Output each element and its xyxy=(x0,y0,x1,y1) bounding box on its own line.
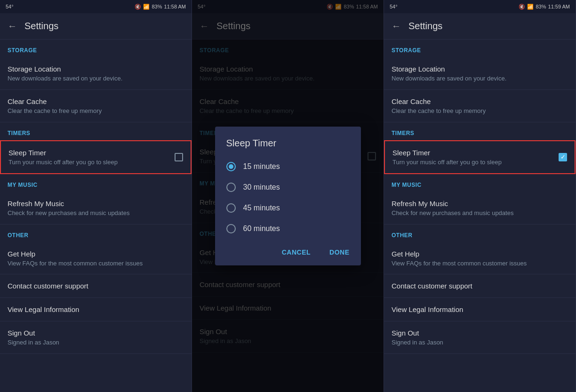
get-help-subtitle-right: View FAQs for the most common customer i… xyxy=(392,260,568,268)
status-bar-right: 54° 🔇 📶 83% 11:59 AM xyxy=(384,0,576,13)
time-display: 11:58 AM xyxy=(164,4,186,9)
storage-location-title-left: Storage Location xyxy=(8,64,184,74)
wifi-icon-right: 📶 xyxy=(527,4,534,10)
legal-info-item-left[interactable]: View Legal Information xyxy=(0,298,192,321)
contact-support-title-right: Contact customer support xyxy=(392,281,568,291)
radio-30min-circle[interactable] xyxy=(226,183,236,192)
storage-location-title-right: Storage Location xyxy=(392,64,568,74)
sleep-timer-dialog: Sleep Timer 15 minutes 30 minutes 45 min… xyxy=(215,127,361,265)
sleep-timer-title-left: Sleep Timer xyxy=(8,148,175,158)
refresh-music-subtitle-left: Check for new purchases and music update… xyxy=(8,209,184,217)
section-other-right: OTHER xyxy=(384,224,576,242)
sleep-timer-subtitle-right: Turn your music off after you go to slee… xyxy=(392,159,559,167)
mute-icon-right: 🔇 xyxy=(519,4,525,10)
back-button-right[interactable]: ← xyxy=(392,21,401,32)
panel-right: 54° 🔇 📶 83% 11:59 AM ← Settings STORAGE … xyxy=(384,0,576,392)
get-help-item-left[interactable]: Get Help View FAQs for the most common c… xyxy=(0,242,192,275)
radio-45min-label: 45 minutes xyxy=(243,204,280,212)
clear-cache-title-left: Clear Cache xyxy=(8,96,184,106)
radio-45min[interactable]: 45 minutes xyxy=(215,198,361,218)
legal-info-title-right: View Legal Information xyxy=(392,304,568,314)
radio-30min[interactable]: 30 minutes xyxy=(215,177,361,198)
legal-info-item-right[interactable]: View Legal Information xyxy=(384,298,576,321)
clear-cache-subtitle-left: Clear the cache to free up memory xyxy=(8,107,184,115)
section-storage-right: STORAGE xyxy=(384,40,576,57)
legal-info-title-left: View Legal Information xyxy=(8,304,184,314)
section-timers-left: TIMERS xyxy=(0,122,192,140)
sleep-timer-checkbox-left[interactable] xyxy=(175,153,183,161)
radio-45min-circle[interactable] xyxy=(226,203,236,213)
clear-cache-subtitle-right: Clear the cache to free up memory xyxy=(392,107,568,115)
settings-content-right: STORAGE Storage Location New downloads a… xyxy=(384,40,576,392)
get-help-title-right: Get Help xyxy=(392,249,568,259)
radio-15min-circle[interactable] xyxy=(226,162,236,171)
radio-15min-inner xyxy=(229,164,233,169)
app-header-left: ← Settings xyxy=(0,13,192,40)
section-mymusic-left: My MUSIC xyxy=(0,174,192,192)
clear-cache-item-left[interactable]: Clear Cache Clear the cache to free up m… xyxy=(0,90,192,122)
get-help-title-left: Get Help xyxy=(8,249,184,259)
wifi-icon: 📶 xyxy=(143,4,150,10)
page-title-right: Settings xyxy=(408,21,442,32)
status-left: 54° xyxy=(6,4,14,9)
sleep-timer-item-left[interactable]: Sleep Timer Turn your music off after yo… xyxy=(0,140,192,174)
section-timers-right: TIMERS xyxy=(384,122,576,140)
sleep-timer-subtitle-left: Turn your music off after you go to slee… xyxy=(8,159,175,167)
panel-left: 54° 🔇 📶 83% 11:58 AM ← Settings STORAGE … xyxy=(0,0,192,392)
section-mymusic-right: My MUSIC xyxy=(384,174,576,192)
app-header-right: ← Settings xyxy=(384,13,576,40)
radio-15min[interactable]: 15 minutes xyxy=(215,156,361,177)
temperature: 54° xyxy=(6,4,14,9)
refresh-music-item-right[interactable]: Refresh My Music Check for new purchases… xyxy=(384,192,576,224)
sign-out-title-left: Sign Out xyxy=(8,328,184,338)
page-title-left: Settings xyxy=(24,21,58,32)
refresh-music-title-left: Refresh My Music xyxy=(8,199,184,208)
dialog-overlay: Sleep Timer 15 minutes 30 minutes 45 min… xyxy=(192,0,384,392)
sign-out-title-right: Sign Out xyxy=(392,328,568,338)
storage-location-item-left[interactable]: Storage Location New downloads are saved… xyxy=(0,57,192,90)
section-other-left: OTHER xyxy=(0,224,192,242)
settings-content-left: STORAGE Storage Location New downloads a… xyxy=(0,40,192,392)
panel-middle: 54° 🔇 📶 83% 11:58 AM ← Settings STORAGE … xyxy=(192,0,384,392)
radio-60min-circle[interactable] xyxy=(226,224,236,233)
dialog-title: Sleep Timer xyxy=(215,138,361,156)
contact-support-title-left: Contact customer support xyxy=(8,281,184,291)
clear-cache-title-right: Clear Cache xyxy=(392,96,568,106)
storage-location-subtitle-left: New downloads are saved on your device. xyxy=(8,75,184,83)
clear-cache-item-right[interactable]: Clear Cache Clear the cache to free up m… xyxy=(384,90,576,122)
status-bar-left: 54° 🔇 📶 83% 11:58 AM xyxy=(0,0,192,13)
dialog-cancel-button[interactable]: CANCEL xyxy=(278,247,314,258)
sign-out-subtitle-left: Signed in as Jason xyxy=(8,339,184,347)
radio-60min-label: 60 minutes xyxy=(243,224,280,233)
dialog-done-button[interactable]: DONE xyxy=(326,247,353,258)
radio-15min-label: 15 minutes xyxy=(243,162,280,171)
battery-text-right: 83% xyxy=(536,4,546,9)
storage-location-item-right[interactable]: Storage Location New downloads are saved… xyxy=(384,57,576,90)
sign-out-item-left[interactable]: Sign Out Signed in as Jason xyxy=(0,321,192,354)
mute-icon: 🔇 xyxy=(135,4,141,10)
status-right: 🔇 📶 83% 11:58 AM xyxy=(135,4,186,10)
radio-60min[interactable]: 60 minutes xyxy=(215,218,361,239)
battery-text: 83% xyxy=(152,4,162,9)
refresh-music-item-left[interactable]: Refresh My Music Check for new purchases… xyxy=(0,192,192,224)
radio-30min-label: 30 minutes xyxy=(243,183,280,192)
contact-support-item-left[interactable]: Contact customer support xyxy=(0,274,192,298)
refresh-music-title-right: Refresh My Music xyxy=(392,199,568,208)
back-button-left[interactable]: ← xyxy=(8,21,17,32)
storage-location-subtitle-right: New downloads are saved on your device. xyxy=(392,75,568,83)
sign-out-item-right[interactable]: Sign Out Signed in as Jason xyxy=(384,321,576,354)
get-help-item-right[interactable]: Get Help View FAQs for the most common c… xyxy=(384,242,576,275)
contact-support-item-right[interactable]: Contact customer support xyxy=(384,274,576,298)
sign-out-subtitle-right: Signed in as Jason xyxy=(392,339,568,347)
section-storage-left: STORAGE xyxy=(0,40,192,57)
sleep-timer-checkbox-right[interactable]: ✓ xyxy=(559,153,567,161)
dialog-actions: CANCEL DONE xyxy=(215,239,361,262)
refresh-music-subtitle-right: Check for new purchases and music update… xyxy=(392,209,568,217)
sleep-timer-title-right: Sleep Timer xyxy=(392,148,559,158)
time-display-right: 11:59 AM xyxy=(548,4,570,9)
temperature-right: 54° xyxy=(390,4,398,9)
sleep-timer-item-right[interactable]: Sleep Timer Turn your music off after yo… xyxy=(384,140,576,174)
get-help-subtitle-left: View FAQs for the most common customer i… xyxy=(8,260,184,268)
